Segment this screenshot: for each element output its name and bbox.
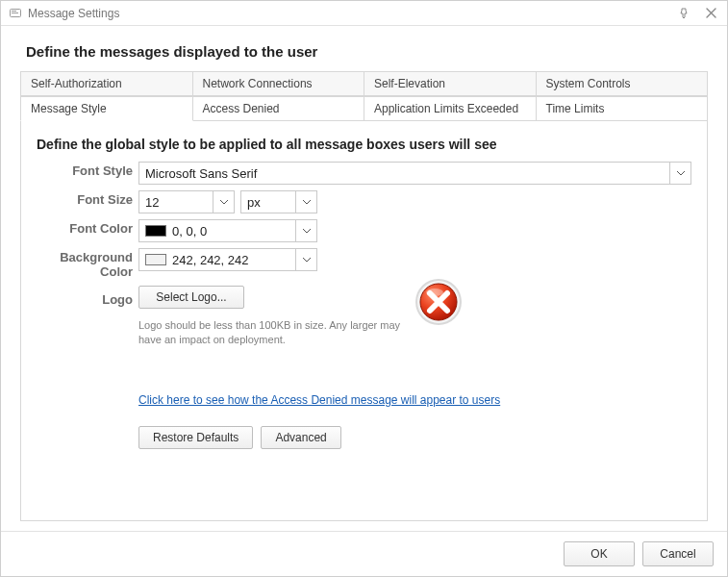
tab-network-connections[interactable]: Network Connections (193, 71, 365, 96)
background-color-swatch (145, 254, 166, 265)
window-title: Message Settings (28, 7, 119, 20)
label-font-size: Font Size (37, 190, 133, 208)
label-font-color: Font Color (37, 219, 133, 237)
logo-hint: Logo should be less than 100KB in size. … (138, 318, 408, 347)
font-color-dropdown-button[interactable] (295, 220, 316, 241)
tabstrip-row-2: Message Style Access Denied Application … (20, 96, 708, 122)
label-font-style: Font Style (37, 162, 133, 179)
font-size-combo[interactable]: 12 (138, 190, 235, 213)
content-area: Define the messages displayed to the use… (1, 26, 727, 531)
section-heading: Define the global style to be applied to… (37, 137, 691, 152)
font-size-value: 12 (139, 195, 213, 210)
font-size-dropdown-button[interactable] (213, 191, 234, 213)
advanced-button[interactable]: Advanced (261, 426, 340, 449)
font-style-dropdown-button[interactable] (669, 163, 690, 184)
font-style-combo[interactable]: Microsoft Sans Serif (138, 162, 691, 185)
tab-message-style[interactable]: Message Style (20, 96, 193, 121)
preview-link[interactable]: Click here to see how the Access Denied … (138, 393, 500, 407)
ok-button[interactable]: OK (564, 541, 635, 566)
svg-point-6 (426, 288, 443, 296)
restore-defaults-button[interactable]: Restore Defaults (138, 426, 253, 449)
font-style-value: Microsoft Sans Serif (139, 166, 669, 181)
font-color-swatch (145, 225, 166, 237)
page-title: Define the messages displayed to the use… (26, 43, 708, 60)
titlebar: Message Settings (1, 1, 727, 26)
tab-self-elevation[interactable]: Self-Elevation (364, 71, 537, 96)
label-logo: Logo (37, 286, 133, 308)
close-button[interactable] (702, 5, 719, 22)
error-icon (414, 277, 464, 327)
font-size-unit-value: px (241, 195, 295, 210)
background-color-dropdown-button[interactable] (295, 249, 316, 270)
svg-rect-2 (12, 13, 18, 13)
tabstrip-row-1: Self-Authorization Network Connections S… (20, 71, 708, 97)
font-color-value: 0, 0, 0 (166, 224, 295, 238)
svg-rect-1 (12, 11, 16, 12)
app-icon (9, 7, 22, 20)
tab-system-controls[interactable]: System Controls (537, 71, 709, 96)
tab-access-denied[interactable]: Access Denied (193, 96, 365, 121)
background-color-combo[interactable]: 242, 242, 242 (138, 248, 317, 271)
font-size-unit-dropdown-button[interactable] (295, 191, 316, 213)
background-color-value: 242, 242, 242 (166, 253, 295, 267)
font-size-unit-combo[interactable]: px (240, 190, 317, 213)
message-settings-dialog: Message Settings Define the messages dis… (0, 0, 728, 577)
tab-application-limits-exceeded[interactable]: Application Limits Exceeded (364, 96, 537, 121)
cancel-button[interactable]: Cancel (642, 541, 714, 566)
label-background-color: Background Color (37, 248, 133, 280)
pin-button[interactable] (675, 5, 692, 22)
select-logo-button[interactable]: Select Logo... (138, 286, 244, 309)
message-style-panel: Define the global style to be applied to… (20, 121, 708, 521)
font-color-combo[interactable]: 0, 0, 0 (138, 219, 317, 242)
tab-time-limits[interactable]: Time Limits (537, 96, 709, 121)
tab-self-authorization[interactable]: Self-Authorization (20, 71, 193, 96)
form-grid: Font Style Microsoft Sans Serif Font Siz… (37, 162, 691, 449)
dialog-footer: OK Cancel (1, 531, 727, 576)
